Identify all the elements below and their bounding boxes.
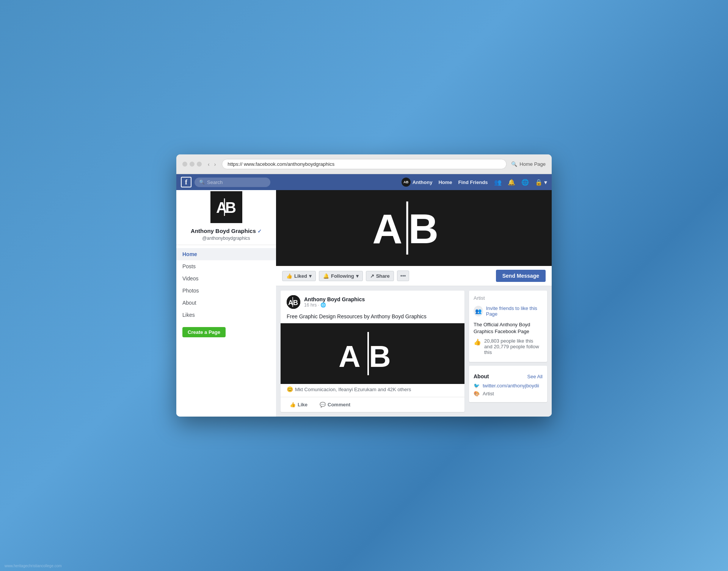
post-meta: Anthony Boyd Graphics 16 hrs · 🌐 — [304, 296, 458, 308]
reaction-emoji: 😊 — [287, 386, 293, 392]
share-button[interactable]: ↗ Share — [366, 271, 394, 281]
globe-icon[interactable]: 🌐 — [521, 179, 529, 186]
friends-icon[interactable]: 👥 — [494, 179, 502, 186]
post-reactions: 😊 Mkt Comunicacion, Ifeanyi Ezurukam and… — [281, 384, 464, 395]
following-button[interactable]: 🔔 Following ▾ — [319, 271, 363, 281]
page-name: Anthony Boyd Graphics ✓ — [176, 227, 276, 235]
browser-chrome: ‹ › https:// www.facebook.com/anthonyboy… — [176, 154, 552, 174]
dot-minimize — [190, 162, 195, 167]
user-avatar-text: AB — [403, 180, 408, 184]
sidebar-item-home[interactable]: Home — [176, 248, 276, 260]
following-chevron-icon: ▾ — [356, 273, 359, 279]
artist-icon: 🎨 — [474, 391, 480, 396]
post-like-icon: 👍 — [290, 402, 296, 407]
svg-text:B: B — [293, 299, 298, 307]
post-image-svg: A B — [335, 329, 411, 378]
page-category: Artist — [474, 295, 543, 301]
see-all-link[interactable]: See All — [527, 374, 543, 379]
fb-logo: f — [181, 177, 191, 187]
likes-text: 20,803 people like this and 20,779 peopl… — [484, 338, 543, 355]
svg-text:A: A — [288, 299, 293, 307]
about-twitter-item: 🐦 twitter.com/anthonyjboydii — [474, 382, 543, 390]
fb-logo-text: f — [185, 178, 187, 186]
user-avatar-small: AB — [402, 178, 411, 187]
fb-content: A B Anthony Boyd Graphics ✓ @anthonyboyd… — [176, 190, 552, 417]
post-card: A B Anthony Boyd Graphics 16 hrs · 🌐 Fre… — [281, 291, 464, 412]
fb-sidebar: A B Anthony Boyd Graphics ✓ @anthonyboyd… — [176, 190, 276, 417]
about-header: About See All — [474, 373, 543, 379]
browser-nav: ‹ › — [206, 160, 217, 168]
post-time: 16 hrs · 🌐 — [304, 302, 458, 308]
fb-nav-right: AB Anthony Home Find Friends 👥 🔔 🌐 🔒 ▾ — [402, 178, 547, 187]
fb-search-container[interactable]: 🔍 — [195, 178, 270, 187]
fb-search-input[interactable] — [207, 179, 268, 185]
post-comment-icon: 💬 — [320, 402, 326, 407]
nav-back-button[interactable]: ‹ — [206, 160, 211, 168]
sidebar-item-likes[interactable]: Likes — [176, 309, 276, 321]
twitter-link[interactable]: twitter.com/anthonyjboydii — [483, 383, 539, 389]
profile-logo-svg: A B — [213, 194, 240, 220]
browser-window: ‹ › https:// www.facebook.com/anthonyboy… — [176, 154, 552, 417]
messages-icon[interactable]: 🔔 — [508, 179, 515, 186]
right-card-about: About See All 🐦 twitter.com/anthonyjboyd… — [469, 366, 547, 402]
address-bar[interactable]: https:// www.facebook.com/anthonyboydgra… — [222, 159, 507, 169]
fb-user-badge[interactable]: AB Anthony — [402, 178, 433, 187]
home-page-label: Home Page — [519, 161, 546, 167]
liked-chevron-icon: ▾ — [309, 273, 312, 279]
right-card-main: Artist 👥 Invite friends to like this Pag… — [469, 291, 547, 362]
post-avatar: A B — [287, 295, 300, 309]
verified-badge: ✓ — [257, 228, 262, 234]
navbar-home-link[interactable]: Home — [438, 179, 452, 185]
like-action-button[interactable]: 👍 Like — [287, 400, 311, 409]
svg-text:A: A — [339, 340, 361, 373]
post-text: Free Graphic Design Resources by Anthony… — [281, 312, 464, 323]
send-message-button[interactable]: Send Message — [496, 270, 546, 282]
more-button[interactable]: ••• — [397, 271, 410, 281]
fb-feed: A B Anthony Boyd Graphics 16 hrs · 🌐 Fre… — [281, 291, 464, 412]
sidebar-item-about[interactable]: About — [176, 297, 276, 309]
page-handle: @anthonyboydgraphics — [176, 236, 276, 241]
post-author: Anthony Boyd Graphics — [304, 296, 458, 302]
post-reaction-text: Mkt Comunicacion, Ifeanyi Ezurukam and 4… — [295, 387, 411, 392]
svg-text:B: B — [408, 205, 438, 252]
dot-maximize — [197, 162, 202, 167]
navbar-friends-link[interactable]: Find Friends — [458, 179, 488, 185]
svg-text:B: B — [225, 199, 236, 216]
browser-dots — [182, 162, 202, 167]
post-image: A B — [281, 323, 464, 384]
sidebar-item-posts[interactable]: Posts — [176, 260, 276, 272]
likes-thumb-icon: 👍 — [474, 338, 481, 346]
about-title: About — [474, 373, 489, 379]
action-bar: 👍 Liked ▾ 🔔 Following ▾ ↗ Share ••• Send… — [276, 266, 552, 286]
invite-text[interactable]: Invite friends to like this Page — [486, 305, 543, 317]
svg-text:A: A — [372, 205, 402, 252]
account-icon[interactable]: 🔒 ▾ — [535, 179, 547, 186]
dot-close — [182, 162, 187, 167]
search-icon: 🔍 — [511, 161, 517, 167]
likes-row: 👍 20,803 people like this and 20,779 peo… — [474, 338, 543, 355]
sidebar-nav: Home Posts Videos Photos About Likes — [176, 245, 276, 324]
nav-forward-button[interactable]: › — [213, 160, 218, 168]
post-header: A B Anthony Boyd Graphics 16 hrs · 🌐 — [281, 291, 464, 312]
navbar-user-name[interactable]: Anthony — [413, 179, 433, 185]
cover-photo: A B — [276, 190, 552, 266]
profile-picture: A B — [209, 190, 243, 224]
fb-main: A B Anthony Boyd Graphics 16 hrs · 🌐 Fre… — [276, 286, 552, 417]
watermark: www.heritagechristiancollege.com — [5, 564, 62, 568]
about-artist-item: 🎨 Artist — [474, 390, 543, 398]
share-icon: ↗ — [370, 273, 374, 279]
about-section: About See All 🐦 twitter.com/anthonyjboyd… — [474, 373, 543, 398]
fb-right-sidebar: Artist 👥 Invite friends to like this Pag… — [469, 291, 547, 412]
liked-button[interactable]: 👍 Liked ▾ — [282, 271, 316, 281]
home-page-button[interactable]: 🔍 Home Page — [511, 161, 546, 167]
svg-text:B: B — [369, 340, 391, 373]
create-page-button[interactable]: Create a Page — [182, 327, 226, 337]
sidebar-item-videos[interactable]: Videos — [176, 272, 276, 285]
post-actions: 👍 Like 💬 Comment — [281, 397, 464, 412]
right-content: A B 👍 Liked ▾ 🔔 Following ▾ ↗ — [276, 190, 552, 417]
fb-navbar: f 🔍 AB Anthony Home Find Friends 👥 🔔 🌐 🔒… — [176, 174, 552, 190]
artist-label: Artist — [483, 391, 494, 396]
comment-action-button[interactable]: 💬 Comment — [317, 400, 353, 409]
sidebar-item-photos[interactable]: Photos — [176, 285, 276, 297]
post-avatar-svg: A B — [287, 295, 300, 309]
